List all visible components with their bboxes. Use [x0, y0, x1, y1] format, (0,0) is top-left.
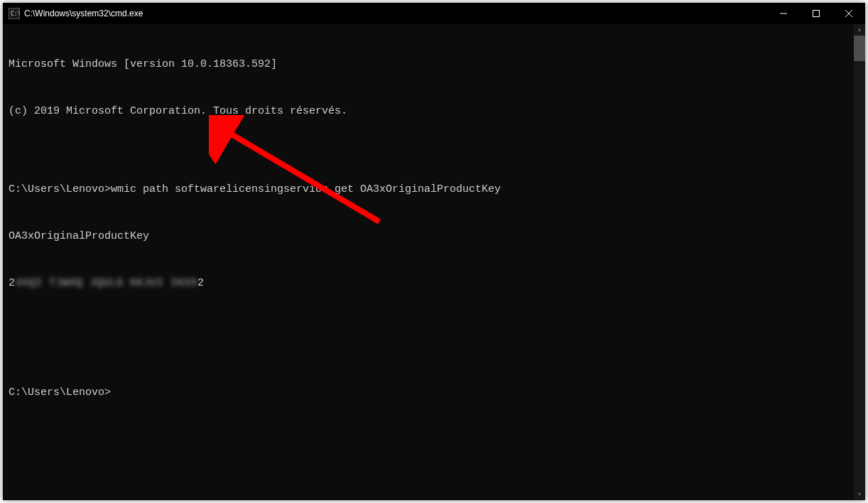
arrow-annotation-icon	[209, 115, 394, 236]
close-button[interactable]	[832, 3, 865, 24]
terminal-body[interactable]: Microsoft Windows [version 10.0.18363.59…	[3, 24, 865, 500]
maximize-button[interactable]	[800, 3, 832, 24]
output-line: Microsoft Windows [version 10.0.18363.59…	[9, 57, 862, 72]
prompt-path: C:\Users\Lenovo>	[9, 183, 111, 195]
titlebar[interactable]: C:\ C:\Windows\system32\cmd.exe	[3, 3, 865, 24]
svg-line-7	[223, 129, 379, 222]
minimize-button[interactable]	[767, 3, 800, 24]
command-text: wmic path softwarelicensingservice get O…	[111, 183, 501, 195]
scrollbar[interactable]: ▲ ▼	[854, 24, 865, 500]
output-header: OA3xOriginalProductKey	[9, 229, 862, 244]
svg-text:C:\: C:\	[11, 11, 20, 17]
cmd-window: C:\ C:\Windows\system32\cmd.exe Microsof…	[3, 3, 865, 500]
key-blurred: 4XQI TJWXQ JQULG KKJUI IKX9	[16, 277, 198, 289]
scroll-track[interactable]	[854, 61, 865, 489]
scroll-down-icon[interactable]: ▼	[854, 489, 865, 500]
key-start: 2	[9, 277, 16, 289]
scroll-thumb[interactable]	[854, 36, 865, 61]
cmd-icon: C:\	[9, 8, 20, 19]
prompt-line: C:\Users\Lenovo>wmic path softwarelicens…	[9, 182, 862, 198]
output-line: (c) 2019 Microsoft Corporation. Tous dro…	[9, 104, 862, 119]
svg-rect-3	[813, 11, 820, 17]
prompt-line: C:\Users\Lenovo>	[9, 385, 862, 401]
product-key-line: 24XQI TJWXQ JQULG KKJUI IKX92	[9, 276, 862, 291]
scroll-up-icon[interactable]: ▲	[854, 24, 865, 36]
window-title: C:\Windows\system32\cmd.exe	[24, 9, 767, 18]
window-controls	[767, 3, 865, 24]
key-end: 2	[197, 277, 205, 289]
